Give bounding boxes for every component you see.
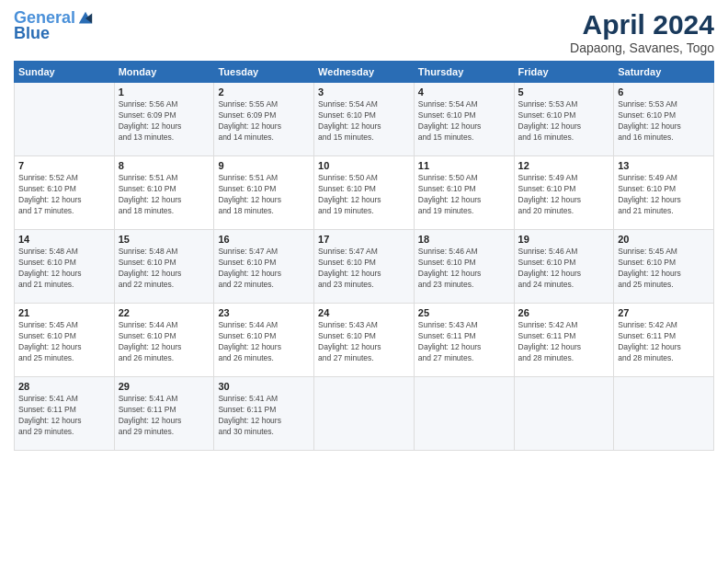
day-info: Sunrise: 5:41 AM Sunset: 6:11 PM Dayligh… xyxy=(18,394,110,438)
day-info: Sunrise: 5:45 AM Sunset: 6:10 PM Dayligh… xyxy=(18,320,110,364)
calendar-table: SundayMondayTuesdayWednesdayThursdayFrid… xyxy=(14,61,714,451)
calendar-cell: 16Sunrise: 5:47 AM Sunset: 6:10 PM Dayli… xyxy=(214,230,314,304)
calendar-cell: 23Sunrise: 5:44 AM Sunset: 6:10 PM Dayli… xyxy=(214,304,314,377)
calendar-week-row: 28Sunrise: 5:41 AM Sunset: 6:11 PM Dayli… xyxy=(15,377,714,451)
day-info: Sunrise: 5:46 AM Sunset: 6:10 PM Dayligh… xyxy=(518,247,610,291)
calendar-cell xyxy=(514,377,614,451)
day-info: Sunrise: 5:42 AM Sunset: 6:11 PM Dayligh… xyxy=(518,320,610,364)
calendar-cell: 22Sunrise: 5:44 AM Sunset: 6:10 PM Dayli… xyxy=(114,304,214,377)
calendar-week-row: 21Sunrise: 5:45 AM Sunset: 6:10 PM Dayli… xyxy=(15,304,714,377)
day-number: 3 xyxy=(318,86,410,98)
logo-icon xyxy=(77,10,94,27)
calendar-cell: 6Sunrise: 5:53 AM Sunset: 6:10 PM Daylig… xyxy=(614,83,714,156)
logo: General Blue xyxy=(14,9,94,43)
day-number: 19 xyxy=(518,234,610,245)
calendar-cell xyxy=(15,83,115,156)
calendar-cell: 12Sunrise: 5:49 AM Sunset: 6:10 PM Dayli… xyxy=(514,156,614,230)
page-container: General Blue April 2024 Dapaong, Savanes… xyxy=(0,0,728,460)
weekday-header: Tuesday xyxy=(214,62,314,83)
calendar-cell: 13Sunrise: 5:49 AM Sunset: 6:10 PM Dayli… xyxy=(614,156,714,230)
calendar-cell: 7Sunrise: 5:52 AM Sunset: 6:10 PM Daylig… xyxy=(15,156,115,230)
day-number: 1 xyxy=(119,86,210,98)
calendar-cell: 30Sunrise: 5:41 AM Sunset: 6:11 PM Dayli… xyxy=(214,377,314,451)
day-info: Sunrise: 5:49 AM Sunset: 6:10 PM Dayligh… xyxy=(618,173,710,217)
day-info: Sunrise: 5:42 AM Sunset: 6:11 PM Dayligh… xyxy=(618,320,710,364)
calendar-cell: 21Sunrise: 5:45 AM Sunset: 6:10 PM Dayli… xyxy=(15,304,115,377)
day-number: 23 xyxy=(218,307,310,318)
header-row: SundayMondayTuesdayWednesdayThursdayFrid… xyxy=(15,62,714,83)
day-info: Sunrise: 5:54 AM Sunset: 6:10 PM Dayligh… xyxy=(418,99,510,144)
day-info: Sunrise: 5:56 AM Sunset: 6:09 PM Dayligh… xyxy=(119,99,210,144)
day-info: Sunrise: 5:54 AM Sunset: 6:10 PM Dayligh… xyxy=(318,99,410,144)
day-number: 9 xyxy=(218,160,310,171)
day-number: 29 xyxy=(119,381,210,392)
day-number: 4 xyxy=(418,86,510,98)
day-info: Sunrise: 5:43 AM Sunset: 6:11 PM Dayligh… xyxy=(418,320,510,364)
calendar-cell: 26Sunrise: 5:42 AM Sunset: 6:11 PM Dayli… xyxy=(514,304,614,377)
calendar-cell: 15Sunrise: 5:48 AM Sunset: 6:10 PM Dayli… xyxy=(114,230,214,304)
calendar-week-row: 14Sunrise: 5:48 AM Sunset: 6:10 PM Dayli… xyxy=(15,230,714,304)
location-title: Dapaong, Savanes, Togo xyxy=(570,40,714,55)
day-number: 20 xyxy=(618,234,710,245)
calendar-week-row: 7Sunrise: 5:52 AM Sunset: 6:10 PM Daylig… xyxy=(15,156,714,230)
calendar-cell: 10Sunrise: 5:50 AM Sunset: 6:10 PM Dayli… xyxy=(314,156,415,230)
day-info: Sunrise: 5:48 AM Sunset: 6:10 PM Dayligh… xyxy=(119,247,210,291)
day-number: 28 xyxy=(18,381,110,392)
day-info: Sunrise: 5:50 AM Sunset: 6:10 PM Dayligh… xyxy=(318,173,410,217)
day-number: 8 xyxy=(119,160,210,171)
day-info: Sunrise: 5:45 AM Sunset: 6:10 PM Dayligh… xyxy=(618,247,710,291)
calendar-cell: 28Sunrise: 5:41 AM Sunset: 6:11 PM Dayli… xyxy=(15,377,115,451)
header: General Blue April 2024 Dapaong, Savanes… xyxy=(14,9,714,55)
calendar-cell: 17Sunrise: 5:47 AM Sunset: 6:10 PM Dayli… xyxy=(314,230,415,304)
weekday-header: Sunday xyxy=(15,62,115,83)
calendar-cell: 3Sunrise: 5:54 AM Sunset: 6:10 PM Daylig… xyxy=(314,83,415,156)
weekday-header: Thursday xyxy=(414,62,514,83)
day-number: 12 xyxy=(518,160,610,171)
calendar-cell: 2Sunrise: 5:55 AM Sunset: 6:09 PM Daylig… xyxy=(214,83,314,156)
day-info: Sunrise: 5:53 AM Sunset: 6:10 PM Dayligh… xyxy=(518,99,610,144)
day-number: 10 xyxy=(318,160,410,171)
day-info: Sunrise: 5:44 AM Sunset: 6:10 PM Dayligh… xyxy=(218,320,310,364)
day-number: 15 xyxy=(119,234,210,245)
day-number: 30 xyxy=(218,381,310,392)
day-number: 18 xyxy=(418,234,510,245)
calendar-cell: 27Sunrise: 5:42 AM Sunset: 6:11 PM Dayli… xyxy=(614,304,714,377)
day-info: Sunrise: 5:51 AM Sunset: 6:10 PM Dayligh… xyxy=(119,173,210,217)
calendar-cell: 11Sunrise: 5:50 AM Sunset: 6:10 PM Dayli… xyxy=(414,156,514,230)
day-number: 2 xyxy=(218,86,310,98)
day-number: 24 xyxy=(318,307,410,318)
day-number: 5 xyxy=(518,86,610,98)
day-number: 17 xyxy=(318,234,410,245)
day-info: Sunrise: 5:49 AM Sunset: 6:10 PM Dayligh… xyxy=(518,173,610,217)
weekday-header: Saturday xyxy=(614,62,714,83)
calendar-cell: 14Sunrise: 5:48 AM Sunset: 6:10 PM Dayli… xyxy=(15,230,115,304)
calendar-cell: 20Sunrise: 5:45 AM Sunset: 6:10 PM Dayli… xyxy=(614,230,714,304)
day-number: 16 xyxy=(218,234,310,245)
day-info: Sunrise: 5:44 AM Sunset: 6:10 PM Dayligh… xyxy=(119,320,210,364)
calendar-cell: 5Sunrise: 5:53 AM Sunset: 6:10 PM Daylig… xyxy=(514,83,614,156)
weekday-header: Friday xyxy=(514,62,614,83)
day-info: Sunrise: 5:47 AM Sunset: 6:10 PM Dayligh… xyxy=(218,247,310,291)
day-number: 11 xyxy=(418,160,510,171)
calendar-cell: 4Sunrise: 5:54 AM Sunset: 6:10 PM Daylig… xyxy=(414,83,514,156)
calendar-cell xyxy=(614,377,714,451)
day-info: Sunrise: 5:41 AM Sunset: 6:11 PM Dayligh… xyxy=(218,394,310,438)
day-number: 22 xyxy=(119,307,210,318)
calendar-cell: 25Sunrise: 5:43 AM Sunset: 6:11 PM Dayli… xyxy=(414,304,514,377)
calendar-cell: 1Sunrise: 5:56 AM Sunset: 6:09 PM Daylig… xyxy=(114,83,214,156)
weekday-header: Monday xyxy=(114,62,214,83)
calendar-cell: 8Sunrise: 5:51 AM Sunset: 6:10 PM Daylig… xyxy=(114,156,214,230)
calendar-cell: 24Sunrise: 5:43 AM Sunset: 6:10 PM Dayli… xyxy=(314,304,415,377)
day-number: 6 xyxy=(618,86,710,98)
day-number: 13 xyxy=(618,160,710,171)
day-info: Sunrise: 5:46 AM Sunset: 6:10 PM Dayligh… xyxy=(418,247,510,291)
day-info: Sunrise: 5:51 AM Sunset: 6:10 PM Dayligh… xyxy=(218,173,310,217)
calendar-cell xyxy=(414,377,514,451)
weekday-header: Wednesday xyxy=(314,62,415,83)
day-info: Sunrise: 5:52 AM Sunset: 6:10 PM Dayligh… xyxy=(18,173,110,217)
day-number: 14 xyxy=(18,234,110,245)
title-block: April 2024 Dapaong, Savanes, Togo xyxy=(570,9,714,55)
day-number: 27 xyxy=(618,307,710,318)
day-number: 25 xyxy=(418,307,510,318)
day-info: Sunrise: 5:47 AM Sunset: 6:10 PM Dayligh… xyxy=(318,247,410,291)
